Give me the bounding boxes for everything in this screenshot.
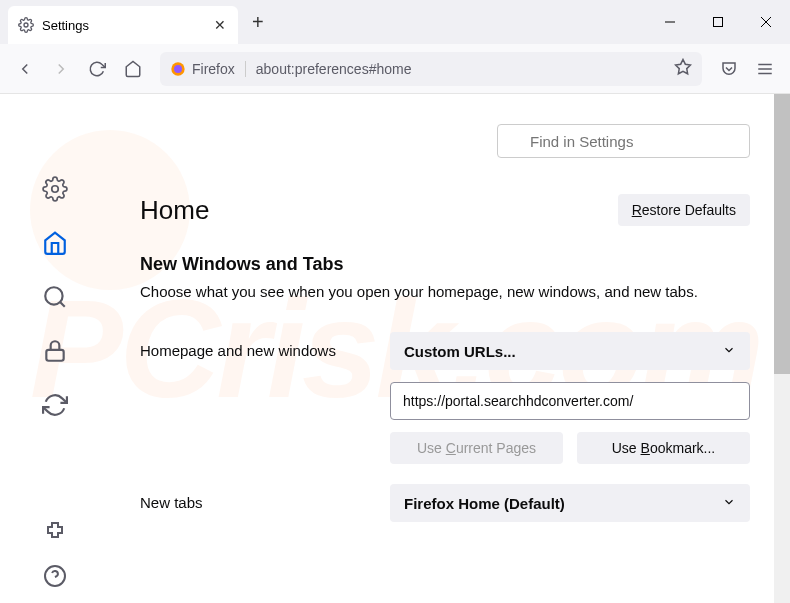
svg-point-0 <box>24 23 28 27</box>
sidebar-home-icon[interactable] <box>40 228 70 258</box>
homepage-select-value: Custom URLs... <box>404 343 516 360</box>
back-button[interactable] <box>8 52 42 86</box>
sidebar-sync-icon[interactable] <box>40 390 70 420</box>
vertical-scrollbar[interactable] <box>774 94 790 603</box>
homepage-label: Homepage and new windows <box>140 332 390 359</box>
identity-box[interactable]: Firefox <box>170 61 246 77</box>
use-current-pages-button[interactable]: Use Current Pages <box>390 432 563 464</box>
svg-point-6 <box>174 65 182 73</box>
svg-point-12 <box>45 287 62 304</box>
newtabs-select[interactable]: Firefox Home (Default) <box>390 484 750 522</box>
reload-button[interactable] <box>80 52 114 86</box>
content-area: Home Restore Defaults New Windows and Ta… <box>0 94 790 603</box>
chevron-down-icon <box>722 495 736 512</box>
minimize-button[interactable] <box>646 0 694 44</box>
svg-rect-2 <box>714 18 723 27</box>
new-tab-button[interactable]: + <box>252 11 264 34</box>
homepage-url-input[interactable] <box>390 382 750 420</box>
home-button[interactable] <box>116 52 150 86</box>
svg-line-13 <box>60 302 65 307</box>
svg-rect-14 <box>46 350 63 361</box>
window-titlebar: Settings ✕ + <box>0 0 790 44</box>
tab-title: Settings <box>42 18 212 33</box>
scrollbar-thumb[interactable] <box>774 94 790 374</box>
close-icon[interactable]: ✕ <box>212 17 228 33</box>
identity-label: Firefox <box>192 61 235 77</box>
restore-defaults-button[interactable]: Restore Defaults <box>618 194 750 226</box>
window-controls <box>646 0 790 44</box>
svg-point-11 <box>52 186 59 193</box>
sidebar <box>0 94 110 603</box>
sidebar-privacy-icon[interactable] <box>40 336 70 366</box>
chevron-down-icon <box>722 343 736 360</box>
gear-icon <box>18 17 34 33</box>
maximize-button[interactable] <box>694 0 742 44</box>
page-title: Home <box>140 195 209 226</box>
section-description: Choose what you see when you open your h… <box>140 283 750 300</box>
find-settings-wrap <box>497 124 750 158</box>
sidebar-help-icon[interactable] <box>40 561 70 591</box>
sidebar-search-icon[interactable] <box>40 282 70 312</box>
close-window-button[interactable] <box>742 0 790 44</box>
firefox-icon <box>170 61 186 77</box>
browser-tab[interactable]: Settings ✕ <box>8 6 238 44</box>
find-settings-input[interactable] <box>497 124 750 158</box>
sidebar-extensions-icon[interactable] <box>40 517 70 547</box>
bookmark-star-icon[interactable] <box>674 58 692 80</box>
pocket-button[interactable] <box>712 52 746 86</box>
newtabs-select-value: Firefox Home (Default) <box>404 495 565 512</box>
forward-button[interactable] <box>44 52 78 86</box>
newtabs-label: New tabs <box>140 484 390 511</box>
url-bar[interactable]: Firefox about:preferences#home <box>160 52 702 86</box>
homepage-select[interactable]: Custom URLs... <box>390 332 750 370</box>
url-text: about:preferences#home <box>256 61 412 77</box>
toolbar: Firefox about:preferences#home <box>0 44 790 94</box>
svg-marker-7 <box>676 59 691 73</box>
use-bookmark-button[interactable]: Use Bookmark... <box>577 432 750 464</box>
main-panel: Home Restore Defaults New Windows and Ta… <box>110 94 790 603</box>
sidebar-general-icon[interactable] <box>40 174 70 204</box>
section-title: New Windows and Tabs <box>140 254 750 275</box>
menu-button[interactable] <box>748 52 782 86</box>
